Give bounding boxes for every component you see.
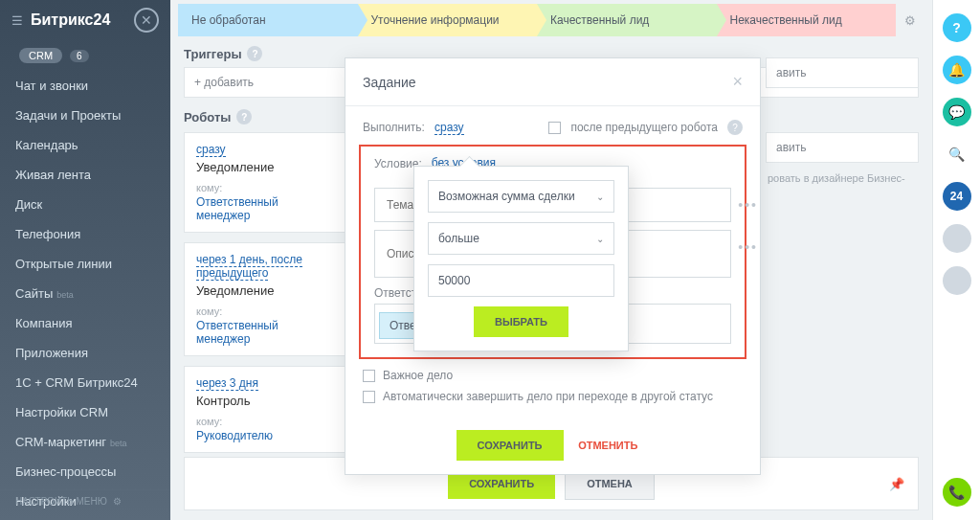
stage-tab-3[interactable]: Качественный лид <box>537 4 717 36</box>
more-icon[interactable]: ••• <box>738 197 758 213</box>
sidebar-footer[interactable]: НАСТРОИТЬ МЕНЮ⚙ <box>0 489 170 512</box>
nav-apps[interactable]: Приложения <box>0 338 170 368</box>
sidebar: ☰ Битрикс24 ✕ CRM 6 Чат и звонки Задачи … <box>0 0 170 520</box>
stage-gear-icon[interactable]: ⚙ <box>896 4 924 36</box>
field-select[interactable]: Возможная сумма сделки⌄ <box>428 180 614 213</box>
execute-row: Выполнить: сразу после предыдущего робот… <box>363 120 743 135</box>
avatar-2[interactable] <box>943 266 971 295</box>
right-note: ровать в дизайнере Бизнес- <box>766 169 919 188</box>
close-icon[interactable]: × <box>732 72 743 92</box>
nav-sites[interactable]: Сайтыbeta <box>0 279 170 308</box>
right-add-2[interactable]: авить <box>766 132 919 163</box>
nav-more[interactable]: Ещё · <box>0 516 170 520</box>
b24-icon[interactable]: 24 <box>943 182 971 211</box>
nav-feed[interactable]: Живая лента <box>0 160 170 190</box>
nav-crm-marketing[interactable]: CRM-маркетингbeta <box>0 427 170 457</box>
chevron-down-icon: ⌄ <box>596 192 604 202</box>
crm-count: 6 <box>70 50 89 62</box>
help-icon[interactable]: ? <box>943 13 971 42</box>
stage-tab-2[interactable]: Уточнение информации <box>358 4 538 36</box>
modal-footer: СОХРАНИТЬ ОТМЕНИТЬ <box>345 417 760 474</box>
nav-disk[interactable]: Диск <box>0 190 170 219</box>
important-row[interactable]: Важное дело <box>363 369 743 382</box>
stage-tabs: Не обработан Уточнение информации Качест… <box>178 4 924 36</box>
chat-icon[interactable]: 💬 <box>943 98 971 126</box>
phone-icon[interactable]: 📞 <box>943 478 971 507</box>
gear-icon: ⚙ <box>113 496 122 507</box>
help-icon[interactable]: ? <box>236 109 252 124</box>
modal-title: Задание <box>363 75 416 90</box>
help-icon[interactable]: ? <box>247 46 262 61</box>
robot-card-1[interactable]: сразу Уведомление кому: Ответственный ме… <box>184 132 346 233</box>
nav-telephony[interactable]: Телефония <box>0 219 170 249</box>
nav-calendar[interactable]: Календарь <box>0 130 170 160</box>
save-button[interactable]: СОХРАНИТЬ <box>457 430 564 461</box>
stage-tab-1[interactable]: Не обработан <box>178 4 358 36</box>
nav-bp[interactable]: Бизнес-процессы <box>0 457 170 486</box>
right-add[interactable]: авить <box>766 57 919 88</box>
robot-card-3[interactable]: через 3 дня Контроль кому: Руководителю <box>184 366 346 453</box>
more-icon[interactable]: ••• <box>738 239 758 255</box>
after-prev-checkbox[interactable] <box>548 122 561 134</box>
nav-tasks[interactable]: Задачи и Проекты <box>0 101 170 130</box>
right-rail: ? 🔔 💬 🔍 24 📞 <box>932 0 980 520</box>
logo: Битрикс24 <box>31 11 110 29</box>
bell-icon[interactable]: 🔔 <box>943 56 971 84</box>
nav-1c[interactable]: 1С + CRM Битрикс24 <box>0 368 170 397</box>
execute-link[interactable]: сразу <box>434 121 464 135</box>
cancel-button[interactable]: ОТМЕНИТЬ <box>567 430 649 461</box>
chevron-down-icon: ⌄ <box>596 234 604 244</box>
select-button[interactable]: ВЫБРАТЬ <box>474 306 568 337</box>
condition-popup: Возможная сумма сделки⌄ больше⌄ 50000 ВЫ… <box>413 166 629 351</box>
value-input[interactable]: 50000 <box>428 264 614 297</box>
nav-company[interactable]: Компания <box>0 308 170 338</box>
search-icon[interactable]: 🔍 <box>943 140 971 169</box>
hamburger-icon[interactable]: ☰ <box>11 13 23 28</box>
nav-openlines[interactable]: Открытые линии <box>0 249 170 279</box>
task-modal: Задание × Выполнить: сразу после предыду… <box>345 57 761 475</box>
crm-badge[interactable]: CRM 6 <box>8 44 163 67</box>
modal-header: Задание × <box>345 58 760 106</box>
right-column: авить авить ровать в дизайнере Бизнес- <box>766 57 919 188</box>
nav-crm-settings[interactable]: Настройки CRM <box>0 397 170 427</box>
help-icon[interactable]: ? <box>727 120 743 135</box>
robot-card-2[interactable]: через 1 день, после предыдущего Уведомле… <box>184 242 346 356</box>
close-icon[interactable]: ✕ <box>134 8 159 33</box>
operator-select[interactable]: больше⌄ <box>428 222 614 255</box>
avatar-1[interactable] <box>943 224 971 253</box>
pin-icon[interactable]: 📌 <box>889 477 904 491</box>
auto-complete-row[interactable]: Автоматически завершить дело при переход… <box>363 390 743 403</box>
nav-chat[interactable]: Чат и звонки <box>0 71 170 101</box>
condition-highlight-box: Условие: без условия ••• ••• Ответстве О… <box>359 145 746 359</box>
sidebar-header: ☰ Битрикс24 ✕ <box>0 0 170 40</box>
stage-tab-4[interactable]: Некачественный лид <box>717 4 897 36</box>
crm-label: CRM <box>19 48 62 63</box>
